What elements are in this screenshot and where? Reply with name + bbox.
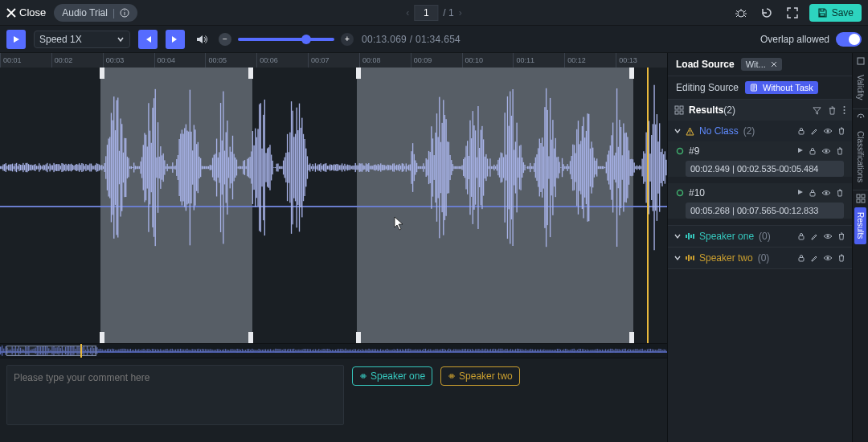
play-button[interactable] [6,30,26,49]
region-handle[interactable] [356,68,361,79]
svg-rect-801 [495,349,496,352]
trash-icon[interactable] [836,189,844,197]
lock-icon[interactable] [809,189,817,197]
page-prev-icon[interactable]: ‹ [406,7,409,18]
sidetab-icon[interactable] [856,56,866,66]
sidetab[interactable]: Validity [854,70,866,105]
edit-icon[interactable] [810,232,818,240]
svg-rect-8 [6,163,6,172]
group-header[interactable]: No Class(2) [668,121,852,141]
svg-rect-813 [515,349,516,352]
svg-rect-791 [478,349,479,352]
trash-icon[interactable] [837,254,845,262]
svg-rect-869 [608,350,609,353]
play-icon[interactable] [797,189,804,197]
svg-rect-713 [349,350,350,352]
load-source-chip[interactable]: Wit... [741,58,782,71]
svg-rect-745 [402,349,403,352]
trash-icon[interactable] [836,147,844,155]
editing-source-chip[interactable]: Without Task [745,81,818,94]
play-icon[interactable] [797,147,804,155]
region-handle[interactable] [356,332,361,343]
region-handle[interactable] [248,332,253,343]
region-handle[interactable] [248,68,253,79]
speed-select[interactable]: Speed 1X [34,31,130,48]
skip-forward-button[interactable] [166,30,185,49]
save-button[interactable]: Save [809,4,862,22]
page-next-icon[interactable]: › [459,7,462,18]
svg-rect-54 [67,165,68,170]
group-header[interactable]: Speaker two(0) [668,248,852,268]
time-ruler[interactable]: 00:0100:0200:0300:0400:0500:0600:0700:08… [0,53,667,68]
svg-rect-223 [293,111,293,225]
page-number-input[interactable]: 1 [414,5,438,21]
edit-icon[interactable] [810,254,818,262]
group-header[interactable]: Speaker one(0) [668,226,852,247]
zoom-in-button[interactable]: + [341,33,354,46]
trash-icon[interactable] [828,106,837,115]
svg-rect-48 [59,164,59,170]
result-item[interactable]: #900:02.949 | 00:02.535-00:05.484 [668,141,852,177]
class-tag[interactable]: Speaker one [352,366,432,386]
bug-icon[interactable] [732,4,750,22]
filter-icon[interactable] [813,106,821,115]
eye-icon[interactable] [823,232,833,240]
sidetab-icon[interactable] [856,194,866,203]
region-handle[interactable] [100,332,104,343]
zoom-slider[interactable]: − + [219,33,354,46]
project-title-pill[interactable]: Audio Trial | [54,4,137,22]
svg-rect-602 [163,350,164,352]
region-handle[interactable] [629,332,634,343]
fullscreen-icon[interactable] [784,4,801,22]
eye-icon[interactable] [823,254,833,262]
overview-window[interactable] [6,346,96,356]
svg-rect-715 [352,350,353,351]
ruler-tick: 00:12 [564,53,616,68]
overlap-toggle[interactable] [836,32,862,47]
class-tag[interactable]: Speaker two [440,366,520,386]
svg-rect-592 [147,349,148,352]
svg-rect-877 [622,349,623,352]
zoom-handle[interactable] [301,35,311,44]
overview-cursor[interactable] [80,344,82,358]
lock-icon[interactable] [797,232,805,240]
lock-icon[interactable] [797,254,805,262]
close-label: Close [19,6,46,18]
comment-input[interactable] [6,365,344,425]
svg-rect-642 [230,350,231,353]
eye-icon[interactable] [821,147,831,155]
trash-icon[interactable] [837,232,845,240]
sidetab[interactable]: Results [854,207,866,244]
svg-rect-687 [305,349,306,352]
eye-icon[interactable] [821,189,831,197]
zoom-track[interactable] [238,38,334,41]
sidetab-icon[interactable] [856,113,866,122]
svg-rect-584 [133,350,134,351]
svg-rect-755 [419,350,420,352]
overview-track[interactable] [0,343,667,358]
playhead[interactable] [647,68,649,343]
close-button[interactable]: Close [6,6,46,18]
svg-rect-891 [645,350,646,351]
edit-icon[interactable] [810,127,818,135]
volume-icon[interactable] [193,31,211,48]
region-handle[interactable] [629,68,634,79]
svg-rect-1 [125,12,125,15]
sidetab[interactable]: Classifications [854,126,866,187]
waveform-area[interactable] [0,68,667,343]
skip-back-button[interactable] [138,30,158,49]
svg-rect-903 [665,350,666,351]
svg-rect-60 [75,165,76,170]
more-icon[interactable] [843,105,845,115]
eye-icon[interactable] [823,127,833,135]
zoom-out-button[interactable]: − [219,33,231,46]
close-icon[interactable] [771,61,777,68]
redo-icon[interactable] [758,4,776,22]
trash-icon[interactable] [837,127,845,135]
result-item[interactable]: #1000:05.268 | 00:07.565-00:12.833 [668,183,852,219]
svg-rect-22 [24,165,25,170]
svg-rect-266 [350,165,350,170]
region-handle[interactable] [100,68,104,79]
lock-icon[interactable] [797,127,805,135]
lock-icon[interactable] [809,147,817,155]
